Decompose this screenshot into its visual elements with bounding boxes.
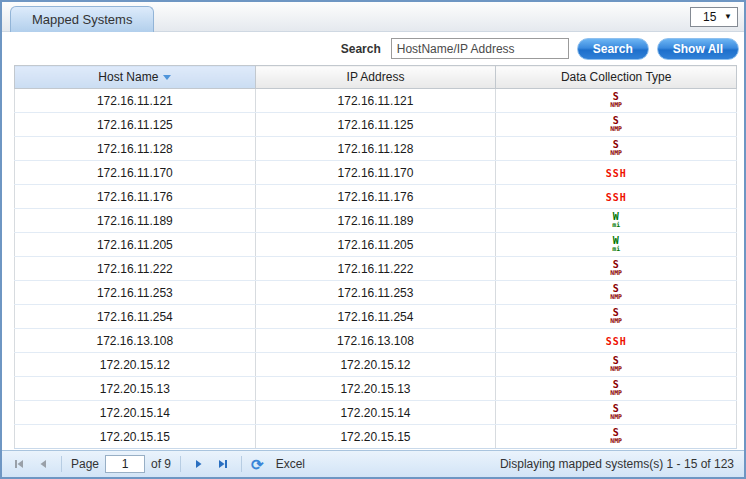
data-collection-type-cell: SSH	[496, 329, 737, 353]
page-number-input[interactable]	[105, 455, 145, 473]
table-row[interactable]: 172.16.11.205172.16.11.205Wmi	[15, 233, 737, 257]
table-row[interactable]: 172.16.11.128172.16.11.128SNMP	[15, 137, 737, 161]
tab-bar: Mapped Systems 15 ▼	[2, 2, 744, 32]
wmi-icon: Wmi	[612, 236, 620, 253]
column-header-label: IP Address	[347, 70, 405, 84]
data-collection-type-cell: SNMP	[496, 281, 737, 305]
ssh-icon: SSH	[606, 337, 627, 347]
column-header-host-name[interactable]: Host Name	[15, 66, 256, 89]
ip-address-cell: 172.16.11.128	[255, 137, 496, 161]
host-name-cell: 172.16.11.253	[15, 281, 256, 305]
sort-desc-icon	[163, 75, 171, 80]
data-collection-type-cell: SNMP	[496, 425, 737, 449]
ip-address-cell: 172.20.15.13	[255, 377, 496, 401]
snmp-icon: SNMP	[610, 380, 622, 397]
ssh-icon: SSH	[606, 169, 627, 179]
data-collection-type-cell: SNMP	[496, 257, 737, 281]
data-collection-type-cell: SNMP	[496, 137, 737, 161]
table-row[interactable]: 172.20.15.14172.20.15.14SNMP	[15, 401, 737, 425]
ip-address-cell: 172.16.13.108	[255, 329, 496, 353]
host-name-cell: 172.16.11.254	[15, 305, 256, 329]
table-row[interactable]: 172.16.13.108172.16.13.108SSH	[15, 329, 737, 353]
data-collection-type-cell: SNMP	[496, 401, 737, 425]
tab-mapped-systems[interactable]: Mapped Systems	[10, 6, 154, 32]
data-collection-type-cell: SNMP	[496, 305, 737, 329]
data-collection-type-cell: SSH	[496, 161, 737, 185]
table-row[interactable]: 172.20.15.13172.20.15.13SNMP	[15, 377, 737, 401]
table-row[interactable]: 172.20.15.12172.20.15.12SNMP	[15, 353, 737, 377]
page-size-value: 15	[703, 10, 716, 24]
table-row[interactable]: 172.16.11.125172.16.11.125SNMP	[15, 113, 737, 137]
search-button[interactable]: Search	[577, 38, 649, 60]
search-toolbar: Search Search Show All	[2, 32, 744, 65]
ip-address-cell: 172.16.11.176	[255, 185, 496, 209]
ip-address-cell: 172.16.11.222	[255, 257, 496, 281]
mapped-systems-window: Mapped Systems 15 ▼ Search Search Show A…	[0, 0, 746, 479]
data-collection-type-cell: SNMP	[496, 89, 737, 113]
host-name-cell: 172.16.11.125	[15, 113, 256, 137]
snmp-icon: SNMP	[610, 356, 622, 373]
host-name-cell: 172.16.11.176	[15, 185, 256, 209]
previous-page-icon	[36, 457, 50, 471]
tab-title: Mapped Systems	[32, 12, 132, 27]
host-name-cell: 172.16.11.189	[15, 209, 256, 233]
previous-page-button[interactable]	[34, 455, 52, 473]
first-page-icon	[12, 457, 26, 471]
snmp-icon: SNMP	[610, 404, 622, 421]
host-name-cell: 172.20.15.15	[15, 425, 256, 449]
pagination-status: Displaying mapped systems(s) 1 - 15 of 1…	[500, 457, 734, 471]
table-row[interactable]: 172.16.11.176172.16.11.176SSH	[15, 185, 737, 209]
data-collection-type-cell: SNMP	[496, 353, 737, 377]
excel-export-button[interactable]: Excel	[276, 457, 305, 471]
wmi-icon: Wmi	[612, 212, 620, 229]
host-name-cell: 172.16.13.108	[15, 329, 256, 353]
ip-address-cell: 172.16.11.170	[255, 161, 496, 185]
table-row[interactable]: 172.16.11.170172.16.11.170SSH	[15, 161, 737, 185]
snmp-icon: SNMP	[610, 260, 622, 277]
table-header-row: Host NameIP AddressData Collection Type	[15, 66, 737, 89]
divider	[61, 456, 62, 472]
column-header-label: Host Name	[98, 70, 158, 84]
refresh-button[interactable]: ⟳	[251, 457, 264, 472]
host-name-cell: 172.20.15.13	[15, 377, 256, 401]
next-page-button[interactable]	[190, 455, 208, 473]
ip-address-cell: 172.16.11.125	[255, 113, 496, 137]
table-row[interactable]: 172.16.11.222172.16.11.222SNMP	[15, 257, 737, 281]
total-pages-label: of 9	[151, 457, 171, 471]
snmp-icon: SNMP	[610, 284, 622, 301]
column-header-ip-address[interactable]: IP Address	[255, 66, 496, 89]
first-page-button[interactable]	[10, 455, 28, 473]
snmp-icon: SNMP	[610, 92, 622, 109]
page-size-select[interactable]: 15 ▼	[690, 7, 738, 27]
last-page-icon	[216, 457, 230, 471]
page-label: Page	[71, 457, 99, 471]
ssh-icon: SSH	[606, 193, 627, 203]
last-page-button[interactable]	[214, 455, 232, 473]
table-row[interactable]: 172.16.11.253172.16.11.253SNMP	[15, 281, 737, 305]
host-name-cell: 172.16.11.121	[15, 89, 256, 113]
table-row[interactable]: 172.20.15.15172.20.15.15SNMP	[15, 425, 737, 449]
table-row[interactable]: 172.16.11.121172.16.11.121SNMP	[15, 89, 737, 113]
column-header-data-collection-type[interactable]: Data Collection Type	[496, 66, 737, 89]
divider	[241, 456, 242, 472]
ip-address-cell: 172.20.15.14	[255, 401, 496, 425]
search-input[interactable]	[391, 38, 569, 59]
mapped-systems-table: Host NameIP AddressData Collection Type …	[14, 65, 737, 449]
data-collection-type-cell: SNMP	[496, 113, 737, 137]
host-name-cell: 172.16.11.128	[15, 137, 256, 161]
table-row[interactable]: 172.16.11.254172.16.11.254SNMP	[15, 305, 737, 329]
data-collection-type-cell: SNMP	[496, 377, 737, 401]
ip-address-cell: 172.16.11.189	[255, 209, 496, 233]
dropdown-arrow-icon: ▼	[724, 13, 732, 21]
table-row[interactable]: 172.16.11.189172.16.11.189Wmi	[15, 209, 737, 233]
column-header-label: Data Collection Type	[561, 70, 672, 84]
host-name-cell: 172.16.11.222	[15, 257, 256, 281]
ip-address-cell: 172.16.11.253	[255, 281, 496, 305]
search-label: Search	[341, 42, 381, 56]
show-all-button[interactable]: Show All	[657, 38, 739, 60]
snmp-icon: SNMP	[610, 116, 622, 133]
divider	[180, 456, 181, 472]
next-page-icon	[192, 457, 206, 471]
pagination-bar: Page of 9 ⟳ Excel Displaying mapped syst…	[2, 450, 744, 477]
snmp-icon: SNMP	[610, 428, 622, 445]
